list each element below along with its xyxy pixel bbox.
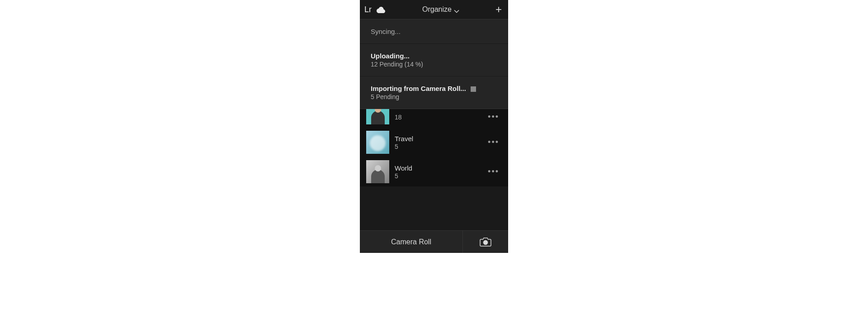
uploading-subtitle: 12 Pending (14 %) [371, 61, 497, 68]
album-more-icon[interactable]: ••• [485, 135, 502, 150]
album-info: World 5 [395, 164, 485, 180]
album-item[interactable]: Travel 5 ••• [360, 128, 508, 157]
syncing-label: Syncing... [371, 28, 497, 35]
view-selector[interactable]: Organize [388, 5, 494, 14]
importing-subtitle: 5 Pending [371, 93, 497, 100]
add-button[interactable]: + [494, 3, 504, 16]
stop-import-icon[interactable] [471, 86, 476, 92]
uploading-title: Uploading... [371, 52, 497, 60]
album-info: 18 [395, 113, 485, 121]
uploading-row[interactable]: Uploading... 12 Pending (14 %) [360, 44, 508, 76]
album-count: 5 [395, 172, 485, 180]
album-thumbnail [366, 131, 389, 154]
bottom-bar: Camera Roll [360, 230, 508, 253]
lightroom-logo: Lr [364, 5, 372, 14]
album-count: 5 [395, 143, 485, 150]
album-more-icon[interactable]: ••• [485, 109, 502, 124]
chevron-down-icon [454, 7, 459, 12]
syncing-row[interactable]: Syncing... [360, 19, 508, 44]
album-list: 18 ••• Travel 5 ••• World 5 ••• [360, 109, 508, 186]
header-bar: Lr Organize + [360, 0, 508, 19]
svg-point-0 [484, 240, 488, 244]
album-thumbnail [366, 109, 389, 124]
album-name: World [395, 164, 485, 172]
sync-status-panel: Syncing... Uploading... 12 Pending (14 %… [360, 19, 508, 109]
camera-button[interactable] [463, 231, 508, 253]
app-screen: Lr Organize + Syncing... Uploading... 12… [360, 0, 508, 253]
view-title: Organize [422, 5, 452, 14]
cloud-sync-icon[interactable] [375, 4, 386, 15]
album-name: Travel [395, 135, 485, 143]
importing-title: Importing from Camera Roll... [371, 85, 466, 92]
album-count: 18 [395, 114, 485, 121]
album-thumbnail [366, 160, 389, 183]
album-item[interactable]: 18 ••• [360, 109, 508, 128]
album-info: Travel 5 [395, 135, 485, 150]
album-more-icon[interactable]: ••• [485, 164, 502, 179]
camera-roll-button[interactable]: Camera Roll [360, 231, 463, 253]
camera-icon [480, 237, 491, 247]
album-item[interactable]: World 5 ••• [360, 157, 508, 186]
importing-row[interactable]: Importing from Camera Roll... 5 Pending [360, 76, 508, 109]
